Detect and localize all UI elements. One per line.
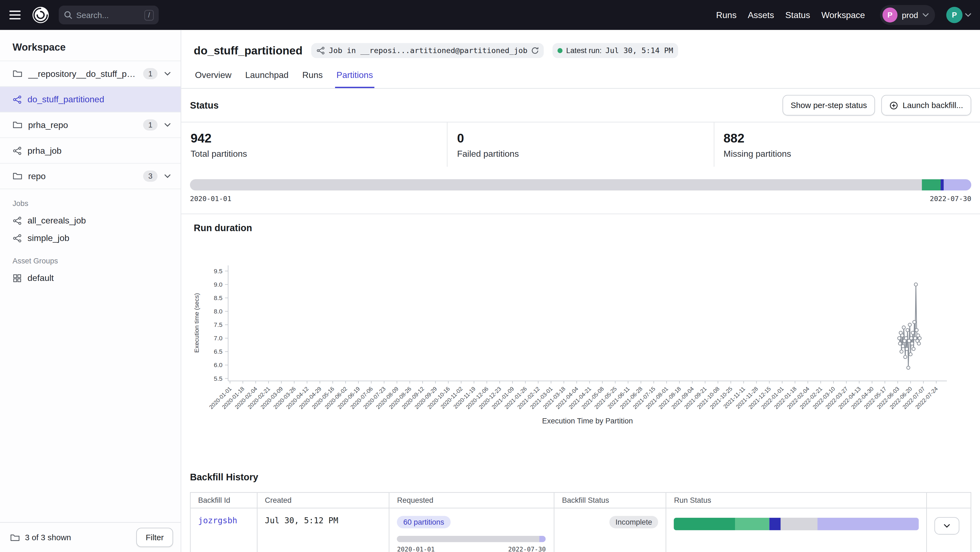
stat-label: Total partitions <box>191 149 447 159</box>
search-shortcut-key: / <box>144 10 154 20</box>
stat-value: 882 <box>724 130 980 146</box>
tab-overview[interactable]: Overview <box>194 70 233 88</box>
partition-bar-segment-queued <box>944 179 971 190</box>
sidebar-footer: 3 of 3 shown Filter <box>0 522 181 552</box>
hamburger-menu-icon[interactable] <box>9 7 24 22</box>
cell-backfill-status: Incomplete <box>554 508 666 552</box>
page-header: do_stuff_partitioned Job in __reposi...a… <box>181 30 980 89</box>
stat-missing-partitions: 882Missing partitions <box>714 122 980 167</box>
chevron-down-icon <box>965 13 971 17</box>
filter-button[interactable]: Filter <box>136 528 173 547</box>
column-header-actions <box>927 492 971 508</box>
dagster-logo[interactable] <box>31 6 50 24</box>
reload-icon[interactable] <box>531 47 538 54</box>
status-actions: Show per-step status Launch backfill... <box>783 95 971 116</box>
sidebar-item-label: prha_job <box>27 146 61 155</box>
sidebar-item-default[interactable]: default <box>0 269 181 287</box>
svg-text:6.5: 6.5 <box>214 348 223 355</box>
column-header-backfill-status: Backfill Status <box>554 492 666 508</box>
partition-status-bar[interactable] <box>190 179 971 190</box>
chevron-down-icon[interactable] <box>163 71 172 77</box>
expand-row-button[interactable] <box>935 517 959 535</box>
stat-value: 942 <box>191 130 447 146</box>
svg-text:8.5: 8.5 <box>214 294 223 301</box>
shown-count-label: 3 of 3 shown <box>25 533 71 542</box>
sidebar-item-simple-job[interactable]: simple_job <box>0 229 181 247</box>
partition-stats: 942Total partitions0Failed partitions882… <box>181 122 980 167</box>
column-header-requested: Requested <box>389 492 554 508</box>
sidebar-item-repo[interactable]: repo3 <box>0 163 181 189</box>
tab-partitions[interactable]: Partitions <box>335 70 374 88</box>
tab-runs[interactable]: Runs <box>301 70 324 88</box>
run-duration-chart: 9.59.08.58.07.57.06.56.05.52020-01-01202… <box>190 248 963 435</box>
deployment-avatar: P <box>883 7 897 22</box>
topbar-link-status[interactable]: Status <box>785 10 810 20</box>
svg-text:Execution Time by Partition: Execution Time by Partition <box>542 417 633 425</box>
title-row: do_stuff_partitioned Job in __reposi...a… <box>194 43 968 59</box>
plus-circle-icon <box>889 101 898 110</box>
show-per-step-status-label: Show per-step status <box>791 101 867 110</box>
range-end-label: 2022-07-30 <box>508 546 546 552</box>
sidebar-item-label: do_stuff_partitioned <box>27 94 104 105</box>
show-per-step-status-button[interactable]: Show per-step status <box>783 95 875 116</box>
app-body: Workspace __repository__do_stuff_partiti… <box>0 30 980 552</box>
sidebar-item-do-stuff-partitioned[interactable]: do_stuff_partitioned <box>0 87 181 113</box>
sidebar-item-prha-job[interactable]: prha_job <box>0 138 181 164</box>
requested-progress-bar <box>397 536 546 542</box>
search-input[interactable] <box>76 10 141 20</box>
topbar-nav: RunsAssetsStatusWorkspace <box>716 10 865 20</box>
backfill-table-head-row: Backfill IdCreatedRequestedBackfill Stat… <box>190 492 971 508</box>
job-origin-chip[interactable]: Job in __reposi...artitioned@partitioned… <box>311 43 544 58</box>
tab-launchpad[interactable]: Launchpad <box>244 70 290 88</box>
sidebar-section-label-jobs: Jobs <box>0 189 181 212</box>
sidebar-item-prha-repo[interactable]: prha_repo1 <box>0 113 181 138</box>
deployment-switcher[interactable]: P prod <box>880 5 935 25</box>
stat-total-partitions: 942Total partitions <box>181 122 447 167</box>
logo-swirl-icon <box>31 6 50 24</box>
deployment-label: prod <box>902 10 918 20</box>
partition-bar-segment-missing <box>190 179 922 190</box>
run-duration-heading: Run duration <box>194 222 968 233</box>
sidebar-item-all-cereals-job[interactable]: all_cereals_job <box>0 212 181 229</box>
page-title: do_stuff_partitioned <box>194 43 302 59</box>
svg-text:7.5: 7.5 <box>214 321 223 328</box>
run-status-segment-missing <box>781 518 818 530</box>
backfill-table-body: jozrgsbhJul 30, 5:12 PM60 partitions2020… <box>190 508 971 552</box>
global-search: / <box>59 6 159 24</box>
run-duration-section: Run duration 9.59.08.58.07.57.06.56.05.5… <box>181 214 980 435</box>
sidebar-section-label-asset-groups: Asset Groups <box>0 247 181 269</box>
svg-text:9.5: 9.5 <box>214 268 223 274</box>
page-tabs: OverviewLaunchpadRunsPartitions <box>194 70 968 88</box>
topbar-link-runs[interactable]: Runs <box>716 10 737 20</box>
cell-requested: 60 partitions2020-01-012022-07-30 <box>389 508 554 552</box>
main-content: do_stuff_partitioned Job in __reposi...a… <box>181 30 980 552</box>
user-menu[interactable]: P <box>946 7 971 23</box>
stat-value: 0 <box>457 130 714 146</box>
backfill-id-link[interactable]: jozrgsbh <box>198 516 237 525</box>
stat-label: Missing partitions <box>724 149 980 159</box>
requested-bar-segment-missing <box>397 536 539 542</box>
latest-run-label: Latest run: <box>566 46 601 55</box>
stat-label: Failed partitions <box>457 149 714 159</box>
partition-bar-segment-in-progress <box>941 179 944 190</box>
sidebar-item-repository-do-stuff-partitio[interactable]: __repository__do_stuff_partitio...1 <box>0 61 181 87</box>
sidebar-item-label: default <box>27 273 54 283</box>
requested-bar-segment-queued <box>539 536 546 542</box>
topbar-link-workspace[interactable]: Workspace <box>821 10 865 20</box>
cell-backfill-id: jozrgsbh <box>190 508 257 552</box>
status-header-row: Status Show per-step status Launch backf… <box>181 89 980 122</box>
partition-range-start: 2020-01-01 <box>190 195 231 203</box>
svg-text:5.5: 5.5 <box>214 375 223 382</box>
backfill-table: Backfill IdCreatedRequestedBackfill Stat… <box>190 492 971 552</box>
chevron-down-icon <box>944 524 950 528</box>
sidebar-item-label: all_cereals_job <box>27 216 86 226</box>
topbar-link-assets[interactable]: Assets <box>748 10 774 20</box>
chevron-down-icon[interactable] <box>163 173 172 179</box>
svg-text:Execution time (secs): Execution time (secs) <box>193 293 200 352</box>
sidebar-item-label: simple_job <box>27 233 69 243</box>
cell-run-status <box>666 508 927 552</box>
latest-run-chip: Latest run: Jul 30, 5:14 PM <box>552 43 678 58</box>
latest-run-time-link[interactable]: Jul 30, 5:14 PM <box>605 46 673 55</box>
launch-backfill-button[interactable]: Launch backfill... <box>881 95 971 116</box>
chevron-down-icon[interactable] <box>163 122 172 128</box>
